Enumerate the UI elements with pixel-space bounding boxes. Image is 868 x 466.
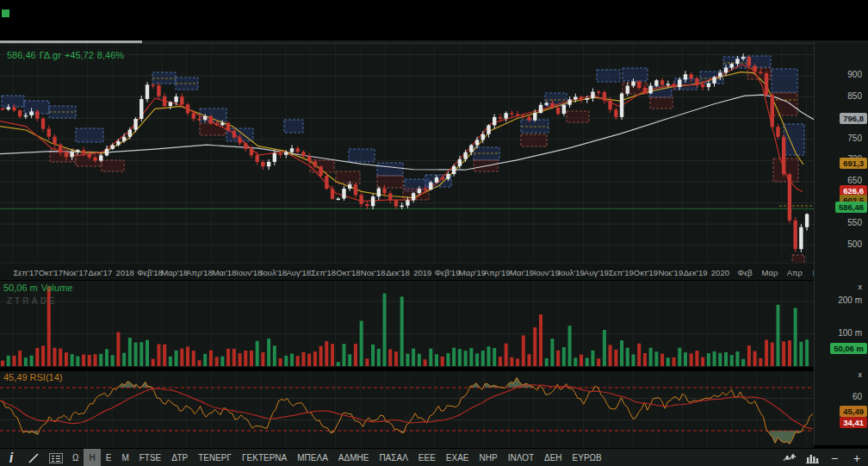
price-tick-label: 550: [847, 218, 862, 227]
time-axis-label: 2019: [413, 268, 431, 277]
rsi-badge: 45,49: [840, 406, 867, 417]
time-axis-label: Ιουλ'18: [261, 268, 287, 277]
symbol-button-νηρ[interactable]: ΝΗΡ: [474, 449, 503, 466]
time-axis-label: Ιουν'19: [534, 268, 560, 277]
price-badge: 691,3: [840, 158, 867, 169]
time-axis-label: Σεπ'19: [609, 268, 634, 277]
time-axis-label: Αυγ'19: [584, 268, 609, 277]
time-axis-label: Φεβ'19: [435, 268, 461, 277]
symbol-button-ευρωβ[interactable]: ΕΥΡΩΒ: [567, 449, 607, 466]
rsi-badge: 34,41: [840, 417, 867, 428]
time-axis-label: Νοε'18: [361, 268, 386, 277]
timeframe-button-Ω[interactable]: Ω: [67, 449, 84, 466]
price-tick-label: 750: [847, 134, 862, 143]
bottom-toolbar: i ΩΗΕΜ FTSEΔΤΡΤΕΝΕΡΓΓΕΚΤΕΡΝΑΜΠΕΛΑΑΔΜΗΕΠΑ…: [0, 448, 868, 466]
timeframe-button-Μ[interactable]: Μ: [116, 449, 133, 466]
volume-tick-label: 200 m: [838, 295, 862, 305]
legend-change: +45,72: [65, 50, 94, 60]
time-axis-label: Ιουν'18: [236, 268, 262, 277]
time-axis-label: 2020: [711, 268, 729, 277]
time-axis-label: Σεπ'17: [13, 268, 38, 277]
legend-change-pct: 8,46%: [97, 50, 124, 60]
volume-panel-close-button[interactable]: x: [859, 283, 863, 291]
zoom-out-icon[interactable]: −: [823, 449, 846, 466]
info-icon[interactable]: i: [0, 449, 22, 466]
candlestick-chart-icon[interactable]: [778, 449, 801, 466]
volume-value: 50,06 m: [3, 283, 38, 293]
time-axis-label: Δεκ'17: [89, 268, 113, 277]
time-axis-label: Νοε'17: [63, 268, 88, 277]
time-axis-label: Ιουλ'19: [558, 268, 584, 277]
time-axis-label: Αυγ'18: [286, 268, 311, 277]
rsi-panel-close-button[interactable]: x: [859, 370, 863, 379]
trading-app: 586,46ΓΔ.gr+45,728,46% ZTRADE Σεπ'17Οκτ'…: [0, 0, 868, 466]
time-axis-label: Οκτ'19: [634, 268, 658, 277]
time-axis-label: Φεβ'18: [137, 268, 163, 277]
symbol-button-πασαλ[interactable]: ΠΑΣΑΛ: [374, 449, 412, 466]
symbol-button-αδμηε[interactable]: ΑΔΜΗΕ: [333, 449, 375, 466]
time-axis-label: Απρ: [787, 268, 803, 277]
time-axis-label: Μαι'19: [510, 268, 534, 277]
status-indicator: [2, 9, 9, 17]
legend-symbol: ΓΔ.gr: [40, 50, 61, 60]
timeframe-button-Ε[interactable]: Ε: [101, 449, 117, 466]
price-badge: 586,46: [835, 202, 867, 213]
time-axis-label: Μαρ: [762, 268, 778, 277]
time-axis-label: 2018: [116, 268, 134, 277]
price-axis[interactable]: 900850800750700650600550500796,8691,3626…: [814, 43, 868, 445]
time-axis-label: Φεβ: [738, 268, 753, 277]
timeframe-button-Η[interactable]: Η: [84, 449, 100, 466]
time-axis-label: Δεκ'19: [684, 268, 708, 277]
volume-panel[interactable]: 50,06 mVolume: [0, 280, 814, 367]
rsi-panel[interactable]: 45,49 RSI(14): [0, 369, 814, 448]
symbol-button-εχαε[interactable]: ΕΧΑΕ: [441, 449, 474, 466]
main-chart-canvas[interactable]: [0, 44, 814, 264]
platform-watermark: ZTRADE: [7, 296, 58, 306]
symbol-button-μπελα[interactable]: ΜΠΕΛΑ: [292, 449, 333, 466]
chart-scrollbar-thumb[interactable]: [0, 40, 142, 43]
rsi-tick-label: 60: [852, 392, 862, 401]
time-axis-label: Οκτ'18: [336, 268, 360, 277]
time-axis-label: Μαρ'18: [161, 268, 188, 277]
time-axis-label: Δεκ'18: [386, 268, 410, 277]
symbol-button-δτρ[interactable]: ΔΤΡ: [166, 449, 193, 466]
time-axis-label: Σεπ'18: [311, 268, 336, 277]
time-axis-label: Απρ'18: [186, 268, 213, 277]
symbol-button-ftse[interactable]: FTSE: [134, 449, 167, 466]
symbol-button-εεε[interactable]: ΕΕΕ: [413, 449, 441, 466]
volume-canvas[interactable]: [0, 281, 814, 367]
price-tick-label: 900: [847, 70, 862, 79]
volume-legend: 50,06 mVolume: [3, 283, 76, 293]
time-axis[interactable]: Σεπ'17Οκτ'17Νοε'17Δεκ'172018Φεβ'18Μαρ'18…: [0, 263, 814, 281]
time-axis-label: Απρ'19: [484, 268, 511, 277]
price-tick-label: 500: [847, 239, 862, 249]
zoom-in-icon[interactable]: +: [846, 449, 868, 466]
time-axis-label: Μαι'18: [212, 268, 236, 277]
legend-last-price: 586,46: [7, 50, 36, 60]
volume-tick-label: 100 m: [838, 328, 862, 338]
symbol-button-γεκτερνα[interactable]: ΓΕΚΤΕΡΝΑ: [237, 449, 292, 466]
bar-chart-icon[interactable]: [801, 449, 823, 466]
rsi-canvas[interactable]: [0, 371, 814, 448]
time-axis-label: Μαρ'19: [459, 268, 486, 277]
price-tick-label: 650: [847, 176, 862, 185]
time-axis-label: Νοε'19: [658, 268, 683, 277]
watchlist-icon[interactable]: [45, 449, 67, 466]
rsi-label: 45,49 RSI(14): [3, 372, 62, 382]
trendline-icon[interactable]: [22, 449, 45, 466]
volume-label: Volume: [41, 283, 73, 293]
rsi-legend: 45,49 RSI(14): [3, 372, 65, 382]
main-chart-legend: 586,46ΓΔ.gr+45,728,46%: [7, 50, 127, 60]
symbol-button-δεη[interactable]: ΔΕΗ: [539, 449, 567, 466]
price-tick-label: 850: [847, 91, 862, 101]
volume-badge: 50,06 m: [830, 343, 867, 354]
price-badge: 796,8: [840, 113, 867, 124]
time-axis-label: Οκτ'17: [39, 268, 63, 277]
symbol-button-τενεργ[interactable]: ΤΕΝΕΡΓ: [193, 449, 237, 466]
main-chart-panel[interactable]: 586,46ΓΔ.gr+45,728,46% ZTRADE: [0, 43, 814, 264]
symbol-button-ινλοτ[interactable]: ΙΝΛΟΤ: [503, 449, 539, 466]
